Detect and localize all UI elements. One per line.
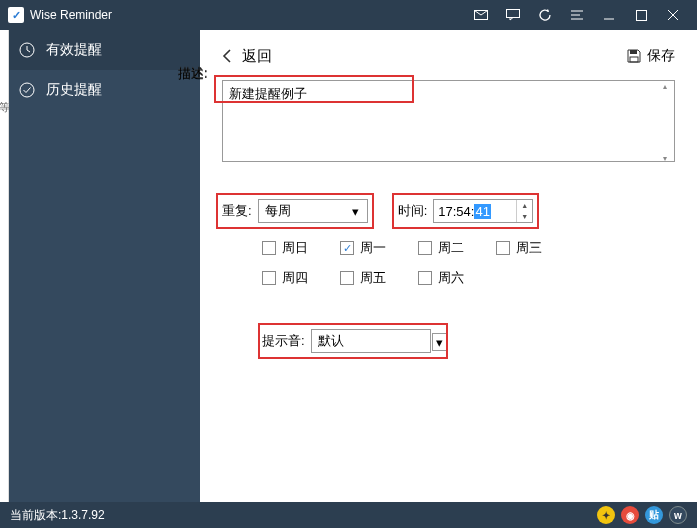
maximize-button[interactable] (625, 0, 657, 30)
day-label: 周四 (282, 269, 308, 287)
feedback-icon[interactable] (497, 0, 529, 30)
left-edge-strip: 等 (0, 30, 9, 502)
minimize-button[interactable] (593, 0, 625, 30)
day-label: 周五 (360, 269, 386, 287)
back-label: 返回 (242, 47, 272, 66)
repeat-value: 每周 (265, 202, 291, 220)
day-label: 周一 (360, 239, 386, 257)
sound-dropdown[interactable]: 默认 ▾ (311, 329, 431, 353)
app-logo-icon: ✓ (8, 7, 24, 23)
chevron-left-icon (222, 48, 232, 64)
clock-icon (18, 41, 36, 59)
save-button[interactable]: 保存 (627, 47, 675, 65)
days-group: 周日周一周二周三 周四周五周六 (222, 239, 675, 299)
checkbox[interactable] (340, 241, 354, 255)
refresh-icon[interactable] (529, 0, 561, 30)
checkbox[interactable] (418, 241, 432, 255)
save-label: 保存 (647, 47, 675, 65)
menu-icon[interactable] (561, 0, 593, 30)
day-option[interactable]: 周四 (262, 269, 308, 287)
spin-down-icon[interactable]: ▼ (517, 211, 532, 222)
day-option[interactable]: 周三 (496, 239, 542, 257)
main-panel: 返回 保存 描述: ▴▾ 描述: (200, 30, 697, 502)
time-spin-buttons[interactable]: ▲▼ (516, 200, 532, 222)
sidebar-item-label: 有效提醒 (46, 41, 102, 59)
version-label: 当前版本: (10, 507, 61, 524)
svg-rect-2 (636, 10, 646, 20)
day-option[interactable]: 周二 (418, 239, 464, 257)
sidebar-item-history-reminders[interactable]: 历史提醒 (0, 70, 200, 110)
time-spinner[interactable]: 17:54:41 ▲▼ (433, 199, 533, 223)
sound-value: 默认 (318, 332, 344, 350)
time-label: 时间: (398, 202, 428, 220)
sidebar: 有效提醒 历史提醒 (0, 30, 200, 502)
statusbar: 当前版本:1.3.7.92 ✦ ◉ 贴 w (0, 502, 697, 528)
time-selected-seconds: 41 (474, 204, 490, 219)
repeat-dropdown[interactable]: 每周 ▾ (258, 199, 368, 223)
checkbox[interactable] (262, 271, 276, 285)
check-circle-icon (18, 81, 36, 99)
repeat-label: 重复: (222, 202, 252, 220)
checkbox[interactable] (262, 241, 276, 255)
spin-up-icon[interactable]: ▲ (517, 200, 532, 211)
sound-field: 提示音: 默认 ▾ (262, 329, 431, 353)
day-option[interactable]: 周日 (262, 239, 308, 257)
social-icon-1[interactable]: ✦ (597, 506, 615, 524)
close-button[interactable] (657, 0, 689, 30)
save-icon (627, 49, 641, 63)
svg-rect-5 (630, 50, 637, 54)
day-label: 周二 (438, 239, 464, 257)
svg-rect-1 (507, 10, 520, 18)
weibo-icon[interactable]: ◉ (621, 506, 639, 524)
repeat-field: 重复: 每周 ▾ (222, 199, 368, 223)
day-option[interactable]: 周六 (418, 269, 464, 287)
mail-icon[interactable] (465, 0, 497, 30)
wise-icon[interactable]: w (669, 506, 687, 524)
back-button[interactable]: 返回 (222, 47, 272, 66)
chevron-down-icon: ▾ (349, 204, 363, 218)
day-label: 周六 (438, 269, 464, 287)
day-label: 周日 (282, 239, 308, 257)
svg-point-4 (20, 83, 34, 97)
sidebar-item-label: 历史提醒 (46, 81, 102, 99)
sidebar-item-active-reminders[interactable]: 有效提醒 (0, 30, 200, 70)
day-option[interactable]: 周五 (340, 269, 386, 287)
description-input[interactable] (222, 80, 675, 162)
textarea-scrollbar[interactable]: ▴▾ (657, 82, 673, 163)
time-hhmm: 17:54: (438, 204, 474, 219)
version-value: 1.3.7.92 (61, 508, 104, 522)
sound-label: 提示音: (262, 332, 305, 350)
chevron-down-icon: ▾ (432, 333, 448, 351)
day-option[interactable]: 周一 (340, 239, 386, 257)
svg-rect-6 (630, 57, 638, 62)
checkbox[interactable] (340, 271, 354, 285)
app-title: Wise Reminder (30, 8, 465, 22)
day-label: 周三 (516, 239, 542, 257)
checkbox[interactable] (496, 241, 510, 255)
tieba-icon[interactable]: 贴 (645, 506, 663, 524)
checkbox[interactable] (418, 271, 432, 285)
titlebar: ✓ Wise Reminder (0, 0, 697, 30)
time-field: 时间: 17:54:41 ▲▼ (398, 199, 534, 223)
description-label2: 描述: (178, 65, 222, 83)
